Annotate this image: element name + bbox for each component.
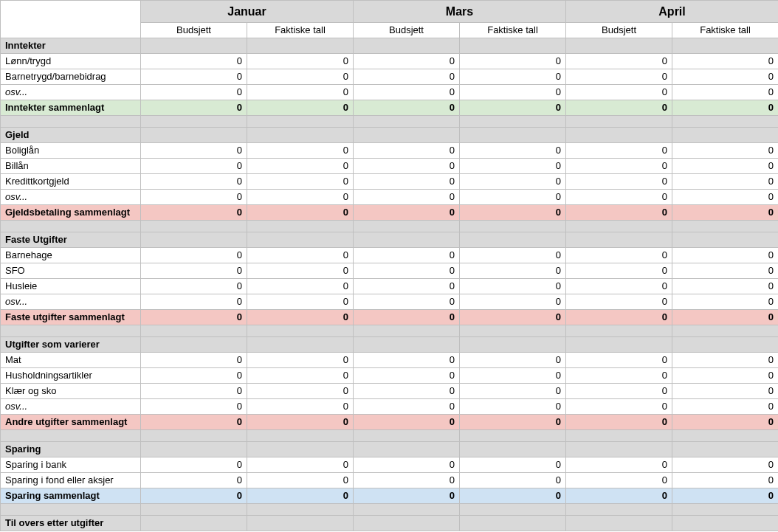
cell-value[interactable]: 0 — [247, 368, 354, 384]
cell-value[interactable]: 0 — [247, 263, 354, 279]
cell-value[interactable]: 0 — [566, 190, 672, 205]
cell-value[interactable]: 0 — [354, 143, 460, 159]
cell-value[interactable]: 0 — [247, 190, 354, 205]
cell-value[interactable]: 0 — [672, 190, 778, 205]
cell-value[interactable]: 0 — [672, 399, 778, 415]
cell-value[interactable]: 0 — [354, 69, 460, 85]
cell-value[interactable]: 0 — [460, 457, 566, 473]
cell-value[interactable]: 0 — [247, 159, 354, 174]
cell-value[interactable]: 0 — [672, 248, 778, 263]
cell-value[interactable]: 0 — [354, 368, 460, 384]
cell-value[interactable]: 0 — [672, 143, 778, 159]
cell-value[interactable]: 0 — [460, 85, 566, 100]
cell-value[interactable]: 0 — [460, 279, 566, 294]
cell-value[interactable]: 0 — [247, 143, 354, 159]
cell-value[interactable]: 0 — [672, 368, 778, 384]
cell-value[interactable]: 0 — [141, 159, 247, 174]
cell-value[interactable]: 0 — [354, 190, 460, 205]
cell-value[interactable]: 0 — [566, 54, 672, 69]
cell-value[interactable]: 0 — [460, 190, 566, 205]
cell-value[interactable]: 0 — [672, 353, 778, 368]
cell-value[interactable]: 0 — [460, 248, 566, 263]
cell-value[interactable]: 0 — [141, 248, 247, 263]
cell-value[interactable]: 0 — [354, 473, 460, 488]
cell-value[interactable]: 0 — [354, 54, 460, 69]
cell-value[interactable]: 0 — [141, 174, 247, 190]
cell-value[interactable]: 0 — [141, 85, 247, 100]
cell-value[interactable]: 0 — [247, 54, 354, 69]
cell-value[interactable]: 0 — [672, 159, 778, 174]
cell-value[interactable]: 0 — [141, 399, 247, 415]
cell-value[interactable]: 0 — [672, 279, 778, 294]
cell-value[interactable]: 0 — [672, 85, 778, 100]
cell-value[interactable]: 0 — [141, 457, 247, 473]
cell-value[interactable]: 0 — [247, 69, 354, 85]
cell-value[interactable]: 0 — [247, 279, 354, 294]
cell-value[interactable]: 0 — [460, 384, 566, 399]
cell-value[interactable]: 0 — [460, 263, 566, 279]
cell-value[interactable]: 0 — [566, 159, 672, 174]
cell-value[interactable]: 0 — [566, 353, 672, 368]
cell-value[interactable]: 0 — [354, 457, 460, 473]
cell-value[interactable]: 0 — [354, 294, 460, 310]
cell-value[interactable]: 0 — [460, 294, 566, 310]
cell-value[interactable]: 0 — [566, 294, 672, 310]
cell-value[interactable]: 0 — [354, 263, 460, 279]
cell-value[interactable]: 0 — [460, 473, 566, 488]
cell-value[interactable]: 0 — [460, 159, 566, 174]
cell-value[interactable]: 0 — [247, 294, 354, 310]
cell-value[interactable]: 0 — [460, 368, 566, 384]
cell-value[interactable]: 0 — [672, 473, 778, 488]
cell-value[interactable]: 0 — [566, 384, 672, 399]
cell-value[interactable]: 0 — [247, 457, 354, 473]
cell-value[interactable]: 0 — [354, 279, 460, 294]
cell-value[interactable]: 0 — [672, 457, 778, 473]
cell-value[interactable]: 0 — [566, 248, 672, 263]
cell-value[interactable]: 0 — [141, 279, 247, 294]
cell-value[interactable]: 0 — [566, 279, 672, 294]
cell-value[interactable]: 0 — [566, 473, 672, 488]
cell-value[interactable]: 0 — [354, 353, 460, 368]
cell-value[interactable]: 0 — [460, 174, 566, 190]
cell-value[interactable]: 0 — [354, 174, 460, 190]
cell-value[interactable]: 0 — [247, 384, 354, 399]
cell-value[interactable]: 0 — [141, 190, 247, 205]
cell-value[interactable]: 0 — [566, 69, 672, 85]
cell-value[interactable]: 0 — [141, 384, 247, 399]
cell-value[interactable]: 0 — [460, 143, 566, 159]
cell-value[interactable]: 0 — [566, 174, 672, 190]
cell-value[interactable]: 0 — [672, 384, 778, 399]
cell-value[interactable]: 0 — [566, 368, 672, 384]
cell-value[interactable]: 0 — [141, 143, 247, 159]
cell-value[interactable]: 0 — [247, 473, 354, 488]
cell-value[interactable]: 0 — [247, 85, 354, 100]
cell-value[interactable]: 0 — [354, 159, 460, 174]
cell-value[interactable]: 0 — [566, 143, 672, 159]
cell-value[interactable]: 0 — [460, 399, 566, 415]
cell-value[interactable]: 0 — [672, 263, 778, 279]
cell-value[interactable]: 0 — [247, 248, 354, 263]
cell-value[interactable]: 0 — [460, 353, 566, 368]
cell-value[interactable]: 0 — [672, 54, 778, 69]
cell-value[interactable]: 0 — [566, 263, 672, 279]
cell-value[interactable]: 0 — [354, 85, 460, 100]
cell-value[interactable]: 0 — [672, 294, 778, 310]
cell-value[interactable]: 0 — [566, 85, 672, 100]
cell-value[interactable]: 0 — [141, 54, 247, 69]
cell-value[interactable]: 0 — [247, 353, 354, 368]
cell-value[interactable]: 0 — [354, 248, 460, 263]
cell-value[interactable]: 0 — [141, 263, 247, 279]
cell-value[interactable]: 0 — [354, 384, 460, 399]
cell-value[interactable]: 0 — [141, 69, 247, 85]
cell-value[interactable]: 0 — [141, 353, 247, 368]
cell-value[interactable]: 0 — [247, 399, 354, 415]
cell-value[interactable]: 0 — [460, 69, 566, 85]
cell-value[interactable]: 0 — [354, 399, 460, 415]
cell-value[interactable]: 0 — [141, 368, 247, 384]
cell-value[interactable]: 0 — [141, 294, 247, 310]
cell-value[interactable]: 0 — [672, 174, 778, 190]
cell-value[interactable]: 0 — [460, 54, 566, 69]
cell-value[interactable]: 0 — [672, 69, 778, 85]
cell-value[interactable]: 0 — [247, 174, 354, 190]
cell-value[interactable]: 0 — [566, 457, 672, 473]
